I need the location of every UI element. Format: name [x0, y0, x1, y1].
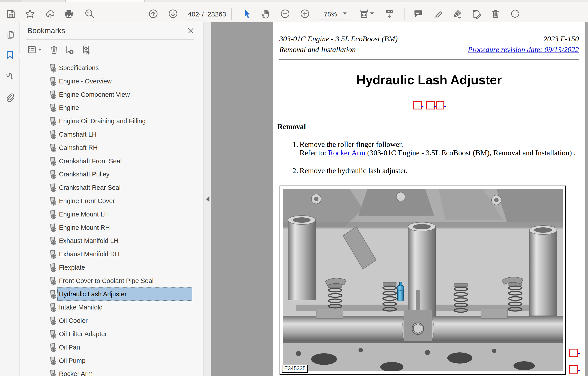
zoom-out-icon[interactable]	[280, 9, 290, 19]
add-bookmark-icon[interactable]	[64, 45, 74, 54]
bookmark-item[interactable]: Crankshaft Pulley	[49, 168, 201, 181]
step-text: Remove the roller finger follower. Refer…	[300, 140, 576, 157]
attachments-panel-icon[interactable]	[5, 93, 15, 102]
bookmark-item[interactable]: Engine Front Cover	[49, 194, 201, 208]
bookmark-item[interactable]: Oil Pan	[49, 341, 201, 354]
comment-icon[interactable]	[413, 9, 423, 19]
bookmark-globe-icon	[49, 315, 56, 326]
bookmark-item[interactable]: Specifications	[49, 61, 201, 75]
rotate-icon[interactable]	[510, 9, 520, 19]
figure-label: E345335	[282, 365, 308, 373]
bookmark-item[interactable]: Engine - Overview	[49, 75, 201, 88]
doc-revision-link[interactable]: Procedure revision date: 09/13/2022	[468, 45, 579, 54]
page-number-input[interactable]: 4024	[188, 11, 200, 18]
share-upload-icon[interactable]	[45, 9, 55, 19]
bookmark-globe-icon	[49, 103, 56, 113]
bookmark-item[interactable]: Exhaust Manifold LH	[49, 234, 201, 247]
bookmark-item[interactable]: Engine Mount LH	[49, 208, 201, 221]
bookmark-item-label: Camshaft LH	[59, 128, 96, 141]
page-thumbnails-icon[interactable]	[5, 30, 15, 40]
fit-width-icon[interactable]	[359, 9, 369, 19]
signatures-panel-icon[interactable]	[5, 73, 15, 82]
bookmark-item-label: Oil Pan	[59, 341, 80, 354]
doc-header-divider	[279, 59, 579, 60]
bookmark-item[interactable]: Engine Oil Draining and Filling	[49, 114, 201, 128]
bookmark-item[interactable]: Exhaust Manifold RH	[49, 247, 201, 261]
bookmark-target-icon[interactable]	[81, 45, 91, 54]
previous-page-icon[interactable]	[148, 9, 158, 19]
zoom-in-icon[interactable]	[300, 9, 310, 19]
toolbar-separator	[231, 8, 232, 20]
bookmark-item[interactable]: Engine Component View	[49, 88, 201, 101]
zoom-level-value[interactable]: 75%	[324, 11, 337, 18]
broken-image-placeholder[interactable]	[413, 101, 422, 109]
bookmark-item-label: Engine - Overview	[59, 75, 112, 88]
bookmark-item[interactable]: Camshaft LH	[49, 128, 201, 141]
bookmark-item-label: Exhaust Manifold RH	[59, 247, 119, 261]
window-scrollbar[interactable]	[585, 22, 588, 376]
step-number: 1.	[293, 140, 298, 149]
fit-dropdown-caret-icon[interactable]	[370, 12, 374, 15]
bookmark-globe-icon	[49, 223, 56, 233]
panel-gutter	[203, 22, 211, 376]
panel-divider	[26, 39, 194, 40]
bookmark-item-label: Exhaust Manifold LH	[59, 234, 118, 247]
bookmark-item-label: Specifications	[59, 61, 99, 75]
save-icon[interactable]	[6, 9, 16, 19]
doc-header-section: 303-01C Engine - 3.5L EcoBoost (BM)	[279, 35, 398, 43]
broken-image-placeholder[interactable]	[426, 101, 435, 109]
rocker-arm-link[interactable]: Rocker Arm	[328, 149, 367, 157]
step2-line1: Remove the hydraulic lash adjuster.	[300, 166, 408, 175]
delete-bookmark-icon[interactable]	[49, 45, 59, 54]
zoom-dropdown-caret-icon[interactable]	[343, 12, 347, 15]
bookmark-item[interactable]: Engine Mount RH	[49, 221, 201, 234]
collapse-panel-icon[interactable]	[206, 196, 210, 203]
close-panel-icon[interactable]	[188, 27, 194, 34]
bookmark-item[interactable]: Crankshaft Rear Seal	[49, 181, 201, 194]
search-icon[interactable]	[84, 9, 94, 19]
bookmark-item[interactable]: Oil Pump	[49, 354, 201, 367]
step1-refer-prefix: Refer to:	[300, 149, 328, 157]
bookmark-item[interactable]: Rocker Arm	[49, 367, 201, 376]
bookmark-item-label: Engine Oil Draining and Filling	[59, 114, 146, 128]
star-icon[interactable]	[25, 9, 35, 19]
bookmark-globe-icon	[49, 196, 56, 206]
bookmark-item[interactable]: Front Cover to Coolant Pipe Seal	[49, 274, 201, 288]
delete-pages-icon[interactable]	[491, 9, 501, 19]
highlight-icon[interactable]	[432, 9, 442, 19]
bookmark-globe-icon	[49, 129, 56, 140]
bookmark-options-icon[interactable]	[27, 45, 37, 54]
panel-divider	[26, 59, 194, 59]
hand-tool-icon[interactable]	[261, 9, 271, 19]
bookmark-item[interactable]: Camshaft RH	[49, 141, 201, 154]
engine-illustration	[283, 189, 563, 371]
bookmark-item[interactable]: Intake Manifold	[49, 301, 201, 314]
print-icon[interactable]	[64, 9, 74, 19]
options-caret-icon[interactable]	[38, 49, 42, 51]
step-text: Remove the hydraulic lash adjuster.	[300, 166, 408, 175]
bookmark-item-label: Engine Component View	[59, 88, 130, 101]
broken-image-placeholder[interactable]	[569, 365, 578, 374]
broken-image-placeholder[interactable]	[436, 101, 444, 109]
bookmark-globe-icon	[49, 329, 56, 339]
bookmark-item[interactable]: Flexplate	[49, 261, 201, 274]
sign-icon[interactable]	[452, 9, 462, 19]
bookmark-item-selected[interactable]: Hydraulic Lash Adjuster	[49, 288, 201, 301]
edit-page-icon[interactable]	[472, 9, 482, 19]
bookmarks-panel-icon[interactable]	[5, 50, 15, 60]
doc-title: Hydraulic Lash Adjuster	[273, 73, 585, 87]
panel-title: Bookmarks	[27, 26, 65, 35]
bookmark-item[interactable]: Engine	[49, 101, 201, 114]
zoom-input-underline	[320, 20, 350, 20]
broken-image-placeholder[interactable]	[569, 349, 578, 357]
bookmark-item[interactable]: Oil Filter Adapter	[49, 327, 201, 341]
toolbar-separator	[404, 8, 405, 20]
bookmark-globe-icon	[49, 342, 56, 353]
select-tool-icon[interactable]	[242, 9, 252, 19]
hide-toolbar-icon[interactable]	[384, 9, 394, 19]
bookmark-item[interactable]: Crankshaft Front Seal	[49, 154, 201, 168]
bookmark-item-label: Engine Front Cover	[59, 194, 115, 208]
next-page-icon[interactable]	[168, 9, 178, 19]
page-separator: /	[202, 11, 204, 18]
bookmark-item[interactable]: Oil Cooler	[49, 314, 201, 327]
